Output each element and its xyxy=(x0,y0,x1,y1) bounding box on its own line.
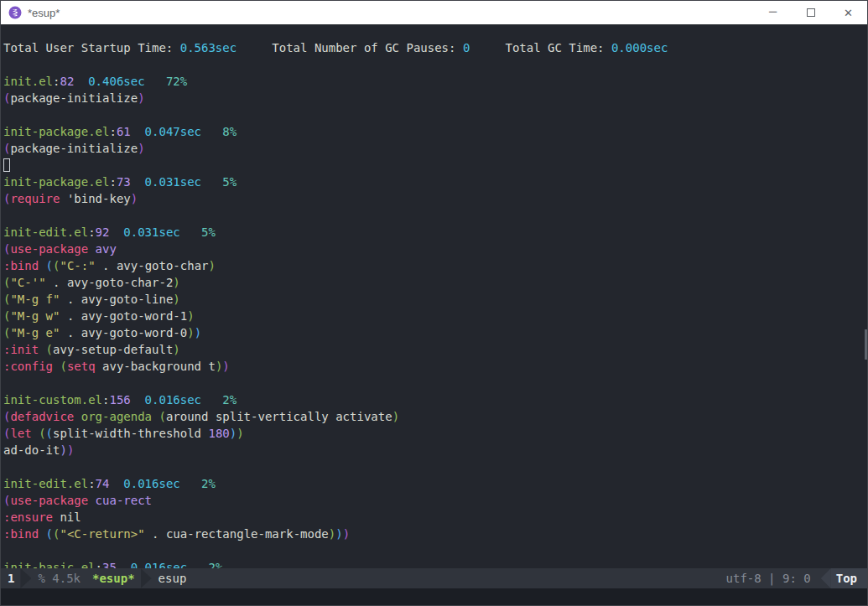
buffer-line: :bind (("<C-return>" . cua-rectangle-mar… xyxy=(3,526,867,542)
code-segment: 5% xyxy=(222,175,236,189)
code-segment: 0.031sec xyxy=(123,225,179,239)
emacs-icon[interactable] xyxy=(8,6,22,19)
code-segment: ( xyxy=(46,527,53,541)
code-segment: init-custom.el xyxy=(3,393,102,407)
buffer-line xyxy=(3,56,867,73)
code-segment: . xyxy=(60,326,81,339)
modeline-encoding-position[interactable]: utf-8 | 9: 0 xyxy=(726,572,811,585)
code-segment: ( xyxy=(46,427,53,440)
code-segment xyxy=(201,125,222,138)
code-segment: ) xyxy=(67,443,74,457)
code-segment: package-initialize xyxy=(10,91,138,105)
buffer-line xyxy=(3,375,867,391)
code-segment: init-edit.el xyxy=(3,477,88,490)
code-segment xyxy=(131,393,145,407)
code-segment: . xyxy=(96,259,117,272)
code-segment: . xyxy=(145,527,166,541)
code-segment: . xyxy=(46,276,67,289)
code-segment: 'bind-key xyxy=(60,192,130,205)
buffer-line: ("C-'" . avy-goto-char-2) xyxy=(3,274,867,291)
scrollbar-thumb[interactable] xyxy=(865,329,867,360)
code-segment: : xyxy=(96,561,102,568)
code-segment: 0.406sec xyxy=(88,75,144,88)
editor-content[interactable]: Total User Startup Time: 0.563sec Total … xyxy=(1,25,867,568)
code-segment: Total GC Time: xyxy=(505,41,611,54)
code-segment: ) xyxy=(187,326,194,339)
esup-buffer[interactable]: Total User Startup Time: 0.563sec Total … xyxy=(1,25,867,568)
code-segment: setq xyxy=(67,360,96,373)
buffer-line: init.el:82 0.406sec 72% xyxy=(3,73,867,90)
code-segment: ) xyxy=(173,293,179,306)
code-segment: use-package xyxy=(10,494,88,507)
buffer-line: ("M-g f" . avy-goto-line) xyxy=(3,291,867,308)
code-segment: init-basic.el xyxy=(3,561,96,568)
maximize-button[interactable] xyxy=(792,1,829,24)
code-segment: avy xyxy=(96,242,117,256)
code-segment: 72% xyxy=(166,75,187,88)
code-segment: 8% xyxy=(222,125,236,138)
buffer-line: (package-initialize) xyxy=(3,90,867,106)
code-segment: . xyxy=(60,293,81,306)
code-segment: "C-'" xyxy=(10,276,45,289)
modeline-major-mode[interactable]: esup xyxy=(159,572,187,585)
code-segment: ) xyxy=(329,527,335,541)
code-segment xyxy=(39,343,45,356)
buffer-line xyxy=(3,542,867,559)
buffer-line: :init (avy-setup-default) xyxy=(3,341,867,358)
code-segment xyxy=(39,527,45,541)
minimize-button[interactable]: ─ xyxy=(754,1,792,24)
code-segment xyxy=(39,259,45,272)
code-segment: ) xyxy=(222,360,229,373)
code-segment: 0.016sec xyxy=(123,477,179,490)
modeline-buffer-size: % 4.5k xyxy=(38,572,81,585)
buffer-line: :ensure nil xyxy=(3,509,867,526)
maximize-icon xyxy=(807,8,815,17)
code-segment: 35 xyxy=(102,561,117,568)
echo-area[interactable] xyxy=(1,588,867,605)
code-segment: 180 xyxy=(208,427,229,440)
buffer-line: (package-initialize) xyxy=(3,140,867,157)
code-segment: 82 xyxy=(60,75,74,88)
close-button[interactable]: ✕ xyxy=(829,1,867,24)
code-segment: ) xyxy=(195,326,201,339)
code-segment xyxy=(131,175,145,189)
code-segment xyxy=(32,427,39,440)
code-segment: cua-rectangle-mark-mode xyxy=(166,527,329,541)
window-controls: ─ ✕ xyxy=(754,1,867,24)
code-segment: 0.016sec xyxy=(145,393,201,407)
code-segment: 2% xyxy=(222,393,236,407)
modeline-buffer-name[interactable]: *esup* xyxy=(92,572,135,585)
modeline-scroll-position: Top xyxy=(831,568,867,588)
code-segment: ) xyxy=(173,343,179,356)
code-segment: ) xyxy=(209,259,216,272)
close-icon: ✕ xyxy=(844,7,853,19)
code-segment: : xyxy=(88,477,95,490)
code-segment: nil xyxy=(53,510,81,524)
buffer-line: (require 'bind-key) xyxy=(3,190,867,207)
code-segment xyxy=(180,225,201,239)
code-segment: ( xyxy=(60,360,66,373)
buffer-line: init-basic.el:35 0.016sec 2% xyxy=(3,559,867,568)
code-segment xyxy=(201,175,222,189)
code-segment: :config xyxy=(3,360,53,373)
code-segment: 2% xyxy=(208,561,222,568)
code-segment: require xyxy=(10,192,60,205)
code-segment: "<C-return>" xyxy=(60,527,144,541)
buffer-line: (use-package avy xyxy=(3,241,867,257)
code-segment: 73 xyxy=(117,175,131,189)
modeline-line-number: 1 xyxy=(1,572,14,585)
code-segment: ) xyxy=(173,276,179,289)
code-segment xyxy=(131,125,145,138)
code-segment xyxy=(88,242,95,256)
window-title: *esup* xyxy=(28,7,60,19)
code-segment: ) xyxy=(138,91,144,105)
code-segment: "M-g e" xyxy=(10,326,60,339)
code-segment xyxy=(74,75,88,88)
code-segment: ) xyxy=(236,427,243,440)
modeline-right: utf-8 | 9: 0 Top xyxy=(726,568,867,588)
code-segment: ) xyxy=(230,427,236,440)
code-segment: ( xyxy=(39,427,45,440)
code-segment xyxy=(117,561,131,568)
buffer-line: ad-do-it)) xyxy=(3,442,867,458)
code-segment: ( xyxy=(46,343,53,356)
